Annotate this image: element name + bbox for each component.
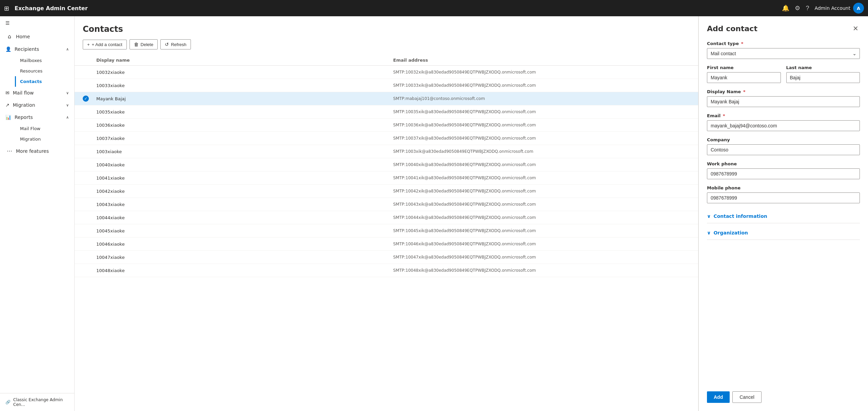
row-checkbox[interactable] xyxy=(83,254,89,260)
sidebar-item-label: Home xyxy=(16,34,30,39)
sidebar-menu-toggle[interactable]: ☰ xyxy=(0,16,74,30)
email-input[interactable] xyxy=(707,120,860,131)
row-checkbox[interactable] xyxy=(83,188,89,194)
check-circle: ✓ xyxy=(83,96,89,102)
table-row[interactable]: 10046xiaokeSMTP:10046xik@a830edad9050849… xyxy=(75,238,698,251)
row-checkbox[interactable] xyxy=(83,82,89,88)
avatar: A xyxy=(853,3,864,14)
sidebar-item-resources[interactable]: Resources xyxy=(15,66,74,76)
mobile-phone-input[interactable] xyxy=(707,192,860,203)
contacts-header: Contacts + + Add a contact 🗑 Delete ↺ Re… xyxy=(75,16,698,55)
panel-title: Add contact xyxy=(707,24,757,33)
table-row[interactable]: ✓Mayank BajajSMTP:mabajaj101@contoso.onm… xyxy=(75,92,698,105)
row-checkbox[interactable] xyxy=(83,69,89,75)
table-row[interactable]: 10044xiaokeSMTP:10044xik@a830edad9050849… xyxy=(75,211,698,224)
table-header: Display name Email address xyxy=(75,55,698,66)
chevron-organization-icon: ∨ xyxy=(707,230,711,235)
sidebar-item-mailflow-report[interactable]: Mail Flow xyxy=(15,123,74,134)
row-display-name: 10047xiaoke xyxy=(96,255,393,260)
row-checkbox[interactable] xyxy=(83,175,89,181)
sidebar-item-home[interactable]: ⌂ Home xyxy=(0,30,74,43)
contact-type-select-wrapper: Mail contact Mail user xyxy=(707,48,860,59)
sidebar-item-mailflow[interactable]: ✉ Mail flow ∨ xyxy=(0,87,74,99)
display-name-input[interactable] xyxy=(707,96,860,107)
email-group: Email * xyxy=(707,113,860,131)
row-checkbox[interactable] xyxy=(83,162,89,168)
contacts-panel: Contacts + + Add a contact 🗑 Delete ↺ Re… xyxy=(75,16,698,411)
table-row[interactable]: 10032xiaokeSMTP:10032xik@a830edad9050849… xyxy=(75,66,698,79)
row-email: SMTP:10033xik@a830edad9050849EQTPWBJZXOD… xyxy=(393,83,690,88)
add-button[interactable]: Add xyxy=(707,391,730,403)
row-checkbox[interactable] xyxy=(83,214,89,221)
row-checkbox[interactable] xyxy=(83,201,89,207)
close-button[interactable]: ✕ xyxy=(851,24,860,33)
company-input[interactable] xyxy=(707,144,860,155)
sidebar-item-migration-report[interactable]: Migration xyxy=(15,134,74,144)
user-menu[interactable]: Admin Account A xyxy=(814,3,864,14)
row-checkbox[interactable]: ✓ xyxy=(83,96,89,102)
row-checkbox[interactable] xyxy=(83,241,89,247)
table-row[interactable]: 1003xiaokeSMTP:1003xik@a830edad9050849EQ… xyxy=(75,145,698,158)
table-row[interactable]: 10033xiaokeSMTP:10033xik@a830edad9050849… xyxy=(75,79,698,92)
cancel-button[interactable]: Cancel xyxy=(732,391,762,403)
sidebar-item-mailboxes[interactable]: Mailboxes xyxy=(15,55,74,66)
table-row[interactable]: 10040xiaokeSMTP:10040xik@a830edad9050849… xyxy=(75,158,698,171)
hamburger-icon: ☰ xyxy=(5,20,10,26)
sidebar-recipients-label: Recipients xyxy=(15,46,39,52)
grid-icon[interactable]: ⊞ xyxy=(4,5,9,12)
organization-toggle[interactable]: ∨ Organization xyxy=(707,226,860,240)
row-display-name: 10043xiaoke xyxy=(96,202,393,207)
table-row[interactable]: 10037xiaokeSMTP:10037xik@a830edad9050849… xyxy=(75,132,698,145)
app-title: Exchange Admin Center xyxy=(15,5,778,12)
work-phone-input[interactable] xyxy=(707,168,860,179)
row-email: SMTP:10040xik@a830edad9050849EQTPWBJZXOD… xyxy=(393,162,690,167)
table-row[interactable]: 10045xiaokeSMTP:10045xik@a830edad9050849… xyxy=(75,224,698,238)
contact-info-toggle[interactable]: ∨ Contact information xyxy=(707,209,860,223)
row-email: SMTP:10041xik@a830edad9050849EQTPWBJZXOD… xyxy=(393,176,690,180)
table-row[interactable]: 10048xiaokeSMTP:10048xik@a830edad9050849… xyxy=(75,264,698,277)
add-contact-label: + Add a contact xyxy=(92,42,122,47)
sidebar-item-classic-admin[interactable]: 🔗 Classic Exchange Admin Cen... xyxy=(0,393,74,411)
row-checkbox[interactable] xyxy=(83,267,89,273)
sidebar-item-contacts[interactable]: Contacts xyxy=(15,76,74,87)
add-icon: + xyxy=(87,42,90,47)
refresh-button[interactable]: ↺ Refresh xyxy=(160,39,191,49)
table-row[interactable]: 10047xiaokeSMTP:10047xik@a830edad9050849… xyxy=(75,251,698,264)
sidebar-item-reports[interactable]: 📊 Reports ∧ xyxy=(0,111,74,123)
row-checkbox[interactable] xyxy=(83,122,89,128)
notification-icon[interactable]: 🔔 xyxy=(782,4,789,12)
row-checkbox[interactable] xyxy=(83,109,89,115)
sidebar-item-more-features[interactable]: ⋯ More features xyxy=(0,144,74,158)
first-name-input[interactable] xyxy=(707,72,781,83)
table-row[interactable]: 10035xiaokeSMTP:10035xik@a830edad9050849… xyxy=(75,105,698,119)
row-checkbox[interactable] xyxy=(83,148,89,155)
contact-type-label: Contact type * xyxy=(707,41,860,46)
row-email: SMTP:10048xik@a830edad9050849EQTPWBJZXOD… xyxy=(393,268,690,273)
row-checkbox[interactable] xyxy=(83,135,89,141)
last-name-input[interactable] xyxy=(786,72,860,83)
row-email: SMTP:10035xik@a830edad9050849EQTPWBJZXOD… xyxy=(393,109,690,114)
help-icon[interactable]: ? xyxy=(806,5,809,12)
mailflow-icon: ✉ xyxy=(5,90,9,96)
row-display-name: 10036xiaoke xyxy=(96,123,393,128)
page-title: Contacts xyxy=(83,24,690,34)
contact-type-select[interactable]: Mail contact Mail user xyxy=(707,48,860,59)
work-phone-label: Work phone xyxy=(707,161,860,166)
table-row[interactable]: 10041xiaokeSMTP:10041xik@a830edad9050849… xyxy=(75,171,698,185)
sidebar-item-migration[interactable]: ↗ Migration ∨ xyxy=(0,99,74,111)
add-contact-button[interactable]: + + Add a contact xyxy=(83,40,127,49)
row-email: SMTP:mabajaj101@contoso.onmicrosoft.com xyxy=(393,96,690,101)
chevron-down-icon: ∨ xyxy=(66,91,69,95)
sidebar-item-recipients[interactable]: 👤 Recipients ∧ xyxy=(0,43,74,55)
table-row[interactable]: 10042xiaokeSMTP:10042xik@a830edad9050849… xyxy=(75,185,698,198)
row-email: SMTP:10042xik@a830edad9050849EQTPWBJZXOD… xyxy=(393,189,690,193)
table-row[interactable]: 10036xiaokeSMTP:10036xik@a830edad9050849… xyxy=(75,119,698,132)
table-row[interactable]: 10043xiaokeSMTP:10043xik@a830edad9050849… xyxy=(75,198,698,211)
last-name-group: Last name xyxy=(786,65,860,83)
delete-button[interactable]: 🗑 Delete xyxy=(130,39,158,49)
contacts-table: Display name Email address 10032xiaokeSM… xyxy=(75,55,698,411)
contact-rows-container: 10032xiaokeSMTP:10032xik@a830edad9050849… xyxy=(75,66,698,277)
settings-icon[interactable]: ⚙ xyxy=(795,4,800,12)
email-label: Email * xyxy=(707,113,860,118)
row-checkbox[interactable] xyxy=(83,228,89,234)
